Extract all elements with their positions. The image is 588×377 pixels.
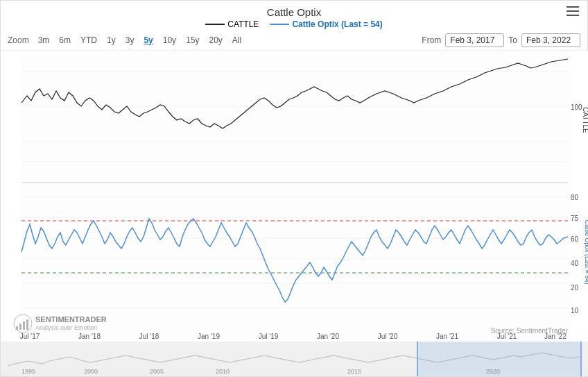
- zoom-5y[interactable]: 5y: [140, 35, 156, 46]
- menu-button[interactable]: [567, 6, 579, 16]
- main-chart-svg: 100 80 75 60 40 20 10 Jul '17 Jan '18 Ju…: [1, 51, 588, 349]
- svg-text:2005: 2005: [150, 368, 164, 375]
- zoom-10y[interactable]: 10y: [159, 35, 180, 46]
- cattle-legend-label: CATTLE: [227, 19, 259, 29]
- svg-rect-37: [580, 342, 582, 376]
- svg-text:1995: 1995: [21, 368, 35, 375]
- zoom-controls: Zoom 3m 6m YTD 1y 3y 5y 10y 15y 20y All: [8, 35, 245, 46]
- svg-rect-45: [16, 326, 18, 330]
- svg-text:CATTLE: CATTLE: [582, 107, 588, 133]
- navigator-svg: 1995 2000 2005 2010 2015 2020: [1, 342, 588, 376]
- chart-title: Cattle Optix: [1, 6, 587, 18]
- optix-line-indicator: [270, 24, 289, 25]
- svg-rect-47: [23, 321, 25, 330]
- legend-cattle: CATTLE: [205, 19, 259, 29]
- svg-text:2010: 2010: [216, 368, 230, 375]
- zoom-3m[interactable]: 3m: [35, 35, 53, 46]
- from-date-input[interactable]: [445, 33, 504, 47]
- optix-legend-label: Cattle Optix (Last = 54): [292, 19, 382, 29]
- svg-text:Jan '18: Jan '18: [78, 333, 101, 340]
- zoom-label: Zoom: [8, 35, 29, 45]
- svg-text:80: 80: [571, 194, 579, 201]
- zoom-3y[interactable]: 3y: [122, 35, 138, 46]
- svg-text:60: 60: [571, 235, 579, 243]
- svg-rect-46: [19, 324, 21, 330]
- svg-text:2015: 2015: [347, 368, 361, 375]
- zoom-1y[interactable]: 1y: [103, 35, 119, 46]
- svg-text:100: 100: [571, 103, 582, 111]
- sentimentrader-logo: SENTIMENTRADER Analysis over Emotion: [13, 314, 107, 333]
- svg-text:Jul '19: Jul '19: [259, 333, 279, 340]
- svg-rect-36: [417, 342, 418, 376]
- legend-optix: Cattle Optix (Last = 54): [270, 19, 382, 29]
- to-label: To: [508, 35, 517, 45]
- svg-text:75: 75: [571, 215, 579, 222]
- svg-text:Jan '21: Jan '21: [436, 333, 458, 340]
- chart-legend: CATTLE Cattle Optix (Last = 54): [1, 19, 587, 29]
- zoom-ytd[interactable]: YTD: [77, 35, 101, 46]
- chart-container: Cattle Optix CATTLE Cattle Optix (Last =…: [0, 0, 588, 377]
- controls-row: Zoom 3m 6m YTD 1y 3y 5y 10y 15y 20y All …: [1, 31, 587, 51]
- logo-text-content: SENTIMENTRADER Analysis over Emotion: [35, 315, 107, 333]
- svg-text:Jul '18: Jul '18: [139, 333, 159, 340]
- svg-text:Jan '19: Jan '19: [198, 333, 220, 340]
- svg-text:Jul '17: Jul '17: [20, 333, 40, 340]
- from-label: From: [422, 35, 441, 45]
- chart-header: Cattle Optix CATTLE Cattle Optix (Last =…: [1, 1, 587, 31]
- zoom-20y[interactable]: 20y: [205, 35, 225, 46]
- to-date-input[interactable]: [521, 33, 580, 47]
- svg-text:2020: 2020: [486, 368, 500, 375]
- cattle-line-indicator: [205, 24, 225, 25]
- logo-icon: [13, 314, 33, 333]
- svg-text:Cattle Optix (Last = 54): Cattle Optix (Last = 54): [584, 220, 588, 285]
- svg-text:Jan '20: Jan '20: [317, 333, 339, 340]
- svg-text:Jul '20: Jul '20: [378, 333, 398, 340]
- date-range-controls: From To: [422, 33, 580, 47]
- svg-text:40: 40: [571, 260, 579, 267]
- zoom-6m[interactable]: 6m: [55, 35, 74, 46]
- source-text: Source: SentimentTrader: [491, 327, 568, 335]
- svg-text:20: 20: [571, 284, 579, 292]
- svg-text:10: 10: [571, 307, 579, 315]
- zoom-15y[interactable]: 15y: [182, 35, 202, 46]
- svg-rect-48: [26, 319, 28, 330]
- zoom-all[interactable]: All: [229, 35, 245, 46]
- svg-text:2000: 2000: [84, 368, 98, 375]
